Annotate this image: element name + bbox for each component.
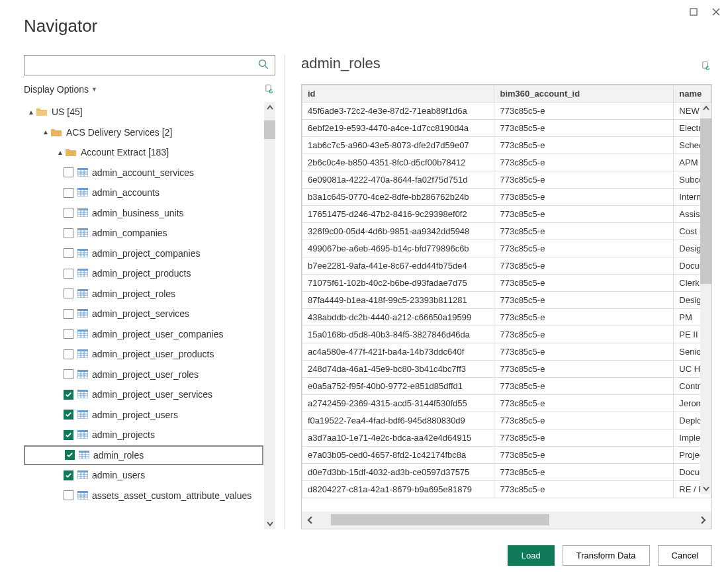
svg-rect-67	[77, 370, 88, 372]
tree-folder-acs[interactable]: ▲ ACS Delivery Services [2]	[24, 122, 263, 143]
checkbox[interactable]	[64, 167, 73, 177]
column-header-account[interactable]: bim360_account_id	[494, 85, 674, 103]
maximize-button[interactable]	[688, 7, 699, 17]
checkbox[interactable]	[64, 490, 73, 500]
table-vertical-scrollbar[interactable]	[700, 103, 711, 494]
scroll-up-arrow[interactable]	[700, 103, 711, 114]
table-horizontal-scrollbar[interactable]	[302, 512, 711, 529]
tree-folder-us[interactable]: ▲ US [45]	[24, 102, 263, 122]
collapse-icon[interactable]: ▲	[41, 128, 50, 136]
table-row[interactable]: 248d74da-46a1-45e9-bc80-3b41c4bc7ff3773c…	[302, 361, 711, 378]
tree-item[interactable]: admin_project_user_companies	[24, 324, 263, 345]
tree-item[interactable]: admin_project_user_services	[24, 384, 263, 405]
table-row[interactable]: 87fa4449-b1ea-418f-99c5-23393b811281773c…	[302, 292, 711, 309]
tree-vertical-scrollbar[interactable]	[264, 102, 275, 529]
tree-item[interactable]: admin_project_user_roles	[24, 365, 263, 385]
checkbox[interactable]	[64, 430, 73, 440]
search-input[interactable]	[30, 59, 257, 72]
tree-folder-extract[interactable]: ▲ Account Extract [183]	[24, 142, 263, 163]
table-row[interactable]: e0a5a752-f95f-40b0-9772-e851d85dffd1773c…	[302, 378, 711, 395]
tree-item[interactable]: admin_accounts	[24, 183, 263, 203]
checkbox[interactable]	[64, 309, 73, 319]
nav-tree[interactable]: ▲ US [45] ▲ ACS Delivery Services [2]	[24, 102, 263, 529]
table-row[interactable]: 6e09081a-4222-470a-8644-fa02f75d751d773c…	[302, 171, 711, 189]
checkbox[interactable]	[64, 208, 73, 218]
table-row[interactable]: b3a1c645-0770-4ce2-8dfe-bb286762b24b773c…	[302, 189, 711, 206]
table-row[interactable]: a2742459-2369-4315-acd5-3144f530fd55773c…	[302, 395, 711, 412]
table-row[interactable]: b7ee2281-9afa-441e-8c67-edd44fb75de4773c…	[302, 257, 711, 275]
table-cell: 773c85c5-e	[494, 429, 674, 447]
tree-item[interactable]: admin_project_companies	[24, 244, 263, 264]
table-row[interactable]: 15a0168b-d5d8-40b3-84f5-3827846d46da773c…	[302, 326, 711, 343]
tree-item[interactable]: admin_project_services	[24, 304, 263, 324]
checkbox[interactable]	[64, 369, 73, 379]
load-button[interactable]: Load	[508, 545, 555, 566]
collapse-icon[interactable]: ▲	[26, 109, 36, 116]
table-row[interactable]: ac4a580e-477f-421f-ba4a-14b73ddc640f773c…	[302, 343, 711, 361]
checkbox[interactable]	[64, 470, 73, 480]
checkbox[interactable]	[64, 289, 73, 298]
scroll-right-arrow[interactable]	[694, 512, 711, 529]
transform-data-button[interactable]: Transform Data	[563, 545, 650, 566]
scroll-down-arrow[interactable]	[264, 517, 275, 529]
checkbox[interactable]	[64, 410, 73, 420]
table-cell: 773c85c5-e	[494, 464, 674, 481]
tree-item[interactable]: admin_project_products	[24, 263, 263, 284]
table-row[interactable]: 1ab6c7c5-a960-43e5-8073-dfe2d7d59e07773c…	[302, 137, 711, 154]
tree-item[interactable]: admin_account_services	[24, 163, 263, 183]
scroll-down-arrow[interactable]	[700, 482, 711, 494]
column-header-name[interactable]: name	[674, 85, 711, 103]
table-icon	[77, 470, 88, 480]
table-cell: 773c85c5-e	[494, 120, 674, 137]
checkbox[interactable]	[64, 248, 73, 258]
scrollbar-thumb[interactable]	[331, 514, 549, 525]
table-cell: a3d7aa10-1e71-4e2c-bdca-aa42e4d64915	[302, 429, 494, 447]
table-row[interactable]: 326f9c00-05d4-4d6b-9851-aa9342dd5948773c…	[302, 223, 711, 240]
search-icon[interactable]	[257, 58, 269, 72]
checkbox[interactable]	[64, 269, 73, 279]
column-header-id[interactable]: id	[302, 85, 494, 103]
table-row[interactable]: 499067be-a6eb-4695-b14c-bfd779896c6b773c…	[302, 240, 711, 257]
table-row[interactable]: 45f6ade3-72c2-4e3e-87d2-71eab89f1d6a773c…	[302, 103, 711, 120]
tree-item-label: admin_projects	[92, 429, 155, 440]
search-box[interactable]	[24, 55, 275, 75]
checkbox[interactable]	[64, 349, 73, 359]
checkbox[interactable]	[64, 390, 73, 400]
tree-item[interactable]: admin_roles	[24, 445, 263, 466]
table-row[interactable]: 438abddb-dc2b-4440-a212-c66650a19599773c…	[302, 309, 711, 326]
checkbox[interactable]	[64, 228, 73, 238]
chevron-down-icon: ▼	[91, 86, 97, 93]
table-row[interactable]: f0a19522-7ea4-4fad-bdf6-945d880830d9773c…	[302, 412, 711, 429]
tree-item[interactable]: admin_projects	[24, 425, 263, 445]
tree-item[interactable]: admin_project_roles	[24, 284, 263, 304]
table-row[interactable]: 71075f61-102b-40c2-b6be-d93fadae7d75773c…	[302, 275, 711, 292]
tree-item[interactable]: admin_project_users	[24, 405, 263, 425]
tree-item[interactable]: admin_project_user_products	[24, 344, 263, 365]
display-options-dropdown[interactable]: Display Options ▼	[24, 84, 97, 95]
tree-item[interactable]: admin_companies	[24, 223, 263, 244]
table-row[interactable]: 6ebf2e19-e593-4470-a4ce-1d7cc8190d4a773c…	[302, 120, 711, 137]
scroll-left-arrow[interactable]	[302, 512, 319, 529]
svg-rect-103	[77, 491, 88, 493]
refresh-icon[interactable]	[263, 83, 275, 95]
table-row[interactable]: 2b6c0c4e-b850-4351-8fc0-d5cf00b78412773c…	[302, 154, 711, 171]
tree-item[interactable]: admin_business_units	[24, 203, 263, 224]
table-row[interactable]: e7a03b05-ced0-4657-8fd2-1c42174fbc8a773c…	[302, 447, 711, 464]
checkbox[interactable]	[64, 329, 73, 339]
tree-item[interactable]: admin_users	[24, 465, 263, 486]
scrollbar-thumb[interactable]	[264, 120, 275, 139]
table-row[interactable]: a3d7aa10-1e71-4e2c-bdca-aa42e4d64915773c…	[302, 429, 711, 447]
collapse-icon[interactable]: ▲	[56, 149, 65, 156]
tree-item[interactable]: assets_asset_custom_attribute_values	[24, 486, 263, 506]
checkbox[interactable]	[65, 450, 75, 460]
table-row[interactable]: d0e7d3bb-15df-4032-ad3b-ce0597d37575773c…	[302, 464, 711, 481]
table-row[interactable]: 17651475-d246-47b2-8416-9c29398ef0f2773c…	[302, 206, 711, 223]
refresh-preview-icon[interactable]	[700, 60, 712, 72]
close-button[interactable]	[711, 7, 721, 17]
table-row[interactable]: d8204227-c81a-42a1-8679-b9a695e81879773c…	[302, 481, 711, 498]
checkbox[interactable]	[64, 188, 73, 198]
preview-table[interactable]: id bim360_account_id name 45f6ade3-72c2-…	[302, 85, 711, 498]
scroll-up-arrow[interactable]	[264, 102, 275, 114]
scrollbar-thumb[interactable]	[700, 118, 711, 284]
cancel-button[interactable]: Cancel	[658, 545, 712, 566]
